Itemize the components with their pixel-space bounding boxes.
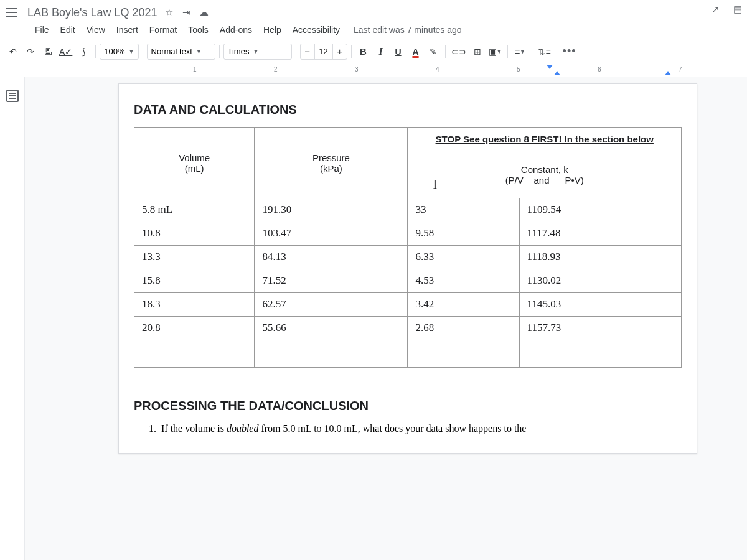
table-cell[interactable]: 103.47 [255, 222, 408, 246]
menu-accessibility[interactable]: Accessibility [288, 22, 345, 37]
table-cell[interactable]: 9.58 [408, 222, 519, 246]
font-size-stepper[interactable]: − + [300, 44, 347, 60]
table-cell[interactable] [408, 340, 519, 368]
menu-icon[interactable] [6, 5, 21, 20]
bold-button[interactable]: B [355, 44, 372, 60]
menu-tools[interactable]: Tools [183, 22, 214, 37]
table-cell[interactable]: 5.8 mL [134, 198, 255, 222]
line-spacing-button[interactable]: ⇅≡ [536, 44, 552, 60]
table-row[interactable]: 18.362.573.421145.03 [134, 293, 682, 317]
stop-warning-text: STOP See question 8 FIRST! In the sectio… [436, 134, 654, 144]
table-cell[interactable]: 10.8 [134, 222, 255, 246]
table-cell[interactable]: 4.53 [408, 269, 519, 293]
add-comment-button[interactable]: ⊞ [469, 44, 486, 60]
move-folder-icon[interactable]: ⇥ [181, 7, 192, 18]
menu-view[interactable]: View [82, 22, 110, 37]
align-button[interactable]: ≡▼ [512, 44, 528, 60]
table-header-stop: STOP See question 8 FIRST! In the sectio… [408, 128, 682, 151]
ruler[interactable]: 1 2 3 4 5 6 7 [0, 63, 747, 77]
font-select[interactable]: Times ▼ [223, 44, 292, 60]
header: LAB Boyle's Law LQ 2021 ☆ ⇥ ☁ [0, 0, 747, 22]
ruler-inner: 1 2 3 4 5 6 7 [118, 63, 728, 77]
title-icons: ☆ ⇥ ☁ [164, 7, 210, 18]
table-cell[interactable]: 20.8 [134, 317, 255, 340]
table-row[interactable]: 13.384.136.331118.93 [134, 246, 682, 269]
page[interactable]: DATA AND CALCULATIONS Volume (mL) Pressu… [118, 83, 697, 454]
insert-link-button[interactable]: ⊂⊃ [449, 44, 468, 60]
table-cell[interactable]: 1118.93 [519, 246, 681, 269]
table-cell[interactable]: 1130.02 [519, 269, 681, 293]
ruler-indent-marker[interactable] [554, 71, 560, 75]
separator [532, 45, 532, 58]
table-cell[interactable] [519, 340, 681, 368]
table-cell[interactable]: 62.57 [255, 293, 408, 317]
question-number: 1. [149, 423, 156, 434]
table-cell[interactable]: 3.42 [408, 293, 519, 317]
menu-file[interactable]: File [30, 22, 54, 37]
more-button[interactable]: ••• [561, 44, 578, 60]
cloud-icon[interactable]: ☁ [199, 7, 210, 18]
table-cell[interactable]: 1117.48 [519, 222, 681, 246]
print-button[interactable]: 🖶 [40, 44, 56, 60]
zoom-select[interactable]: 100% ▼ [100, 44, 138, 60]
menu-help[interactable]: Help [258, 22, 286, 37]
increase-font-button[interactable]: + [333, 46, 347, 57]
style-select[interactable]: Normal text ▼ [147, 44, 215, 60]
table-cell[interactable]: 6.33 [408, 246, 519, 269]
decrease-font-button[interactable]: − [301, 46, 314, 57]
spellcheck-button[interactable]: A✓ [57, 44, 74, 60]
table-cell[interactable]: 15.8 [134, 269, 255, 293]
table-cell[interactable]: 84.13 [255, 246, 408, 269]
zoom-value: 100% [104, 47, 125, 56]
left-sidebar [0, 77, 25, 560]
table-cell[interactable]: 2.68 [408, 317, 519, 340]
table-row[interactable]: 5.8 mL191.30331109.54 [134, 198, 682, 222]
question-fragment: If the volume is [161, 423, 227, 434]
text-color-button[interactable]: A [408, 44, 424, 60]
ruler-tick-label: 5 [517, 66, 520, 73]
table-cell[interactable]: 1145.03 [519, 293, 681, 317]
highlight-button[interactable]: ✎ [425, 44, 441, 60]
table-row[interactable] [134, 340, 682, 368]
italic-button[interactable]: I [373, 44, 389, 60]
document-title[interactable]: LAB Boyle's Law LQ 2021 [27, 6, 157, 19]
table-header-text: (P/V [505, 175, 524, 185]
separator [296, 45, 296, 58]
ruler-indent-marker[interactable] [547, 65, 553, 69]
paint-format-button[interactable]: ⟆ [75, 44, 92, 60]
ruler-right-marker[interactable] [665, 71, 671, 75]
section-heading: PROCESSING THE DATA/CONCLUSION [134, 399, 682, 413]
table-cell[interactable]: 33 [408, 198, 519, 222]
outline-icon[interactable] [6, 90, 19, 102]
table-row[interactable]: 15.871.524.531130.02 [134, 269, 682, 293]
star-icon[interactable]: ☆ [164, 7, 175, 18]
separator [219, 45, 220, 58]
menu-edit[interactable]: Edit [55, 22, 80, 37]
menu-addons[interactable]: Add-ons [215, 22, 257, 37]
question-emphasis: doubled [227, 423, 259, 434]
font-size-input[interactable] [314, 44, 333, 59]
table-header-pressure: Pressure (kPa) [255, 128, 408, 198]
table-cell[interactable]: 1109.54 [519, 198, 681, 222]
last-edit-link[interactable]: Last edit was 7 minutes ago [354, 25, 462, 35]
insert-image-button[interactable]: ▣▼ [487, 44, 504, 60]
table-cell[interactable]: 1157.73 [519, 317, 681, 340]
table-cell[interactable]: 191.30 [255, 198, 408, 222]
table-cell[interactable] [255, 340, 408, 368]
redo-button[interactable]: ↷ [22, 44, 39, 60]
underline-button[interactable]: U [390, 44, 406, 60]
table-cell[interactable]: 13.3 [134, 246, 255, 269]
table-cell[interactable]: 55.66 [255, 317, 408, 340]
table-row[interactable]: 20.855.662.681157.73 [134, 317, 682, 340]
table-row[interactable]: 10.8103.479.581117.48 [134, 222, 682, 246]
menu-insert[interactable]: Insert [111, 22, 143, 37]
menu-format[interactable]: Format [144, 22, 182, 37]
table-cell[interactable] [134, 340, 255, 368]
table-header-text: and [534, 175, 550, 185]
question-fragment: from 5.0 mL to 10.0 mL, what does your d… [258, 423, 526, 434]
table-header-text: (mL) [185, 163, 204, 174]
table-cell[interactable]: 18.3 [134, 293, 255, 317]
undo-button[interactable]: ↶ [5, 44, 21, 60]
data-table[interactable]: Volume (mL) Pressure (kPa) STOP See ques… [134, 127, 682, 368]
table-cell[interactable]: 71.52 [255, 269, 408, 293]
